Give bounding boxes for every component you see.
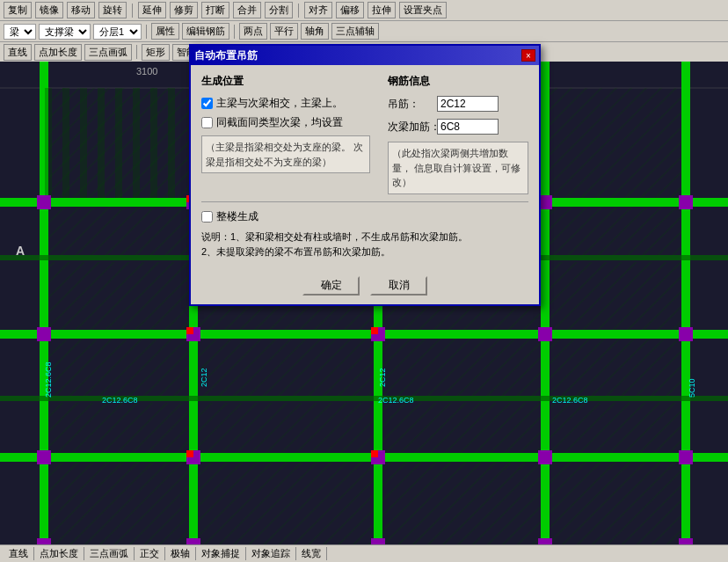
svg-rect-45 <box>198 339 374 396</box>
toolbar-offset[interactable]: 偏移 <box>336 2 364 18</box>
svg-rect-63 <box>186 538 200 544</box>
svg-text:5C10: 5C10 <box>688 378 696 398</box>
status-line[interactable]: 直线 <box>4 547 34 560</box>
svg-rect-53 <box>198 462 374 544</box>
svg-rect-49 <box>198 403 374 453</box>
notes-section: 说明：1、梁和梁相交处有柱或墙时，不生成吊筋和次梁加筋。 2、未提取梁跨的梁不布… <box>201 230 528 260</box>
svg-text:2C12.6C8: 2C12.6C8 <box>552 396 588 405</box>
toolbar-two-point[interactable]: 两点 <box>239 23 267 40</box>
status-point-length[interactable]: 点加长度 <box>34 547 84 560</box>
toolbar-trim[interactable]: 修剪 <box>170 2 198 18</box>
toolbar-row2: 梁 支撑梁 分层1 属性 编辑钢筋 两点 平行 轴角 三点辅轴 <box>0 21 728 42</box>
status-ortho[interactable]: 正交 <box>135 547 165 560</box>
note-line-1: 说明：1、梁和梁相交处有柱或墙时，不生成吊筋和次梁加筋。 <box>201 230 528 245</box>
separator5 <box>136 45 137 59</box>
confirm-button[interactable]: 确定 <box>302 276 360 296</box>
svg-text:2C12: 2C12 <box>200 368 208 387</box>
rebar-input-1[interactable] <box>437 96 499 112</box>
toolbar-rotate[interactable]: 旋转 <box>98 2 127 18</box>
toolbar-split[interactable]: 分割 <box>265 2 293 18</box>
checkbox-same-section[interactable] <box>201 117 213 128</box>
checkbox-row-2: 同截面同类型次梁，均设置 <box>201 115 370 130</box>
svg-rect-48 <box>48 403 189 453</box>
rebar-label-1: 吊筋： <box>388 97 432 112</box>
svg-rect-57 <box>37 327 51 341</box>
toolbar-point-length[interactable]: 点加长度 <box>34 44 82 61</box>
svg-rect-78 <box>186 327 193 334</box>
dialog-titlebar[interactable]: 自动布置吊筋 × <box>191 46 539 65</box>
svg-rect-35 <box>550 88 681 198</box>
support-beam-select[interactable]: 支撑梁 <box>39 24 91 40</box>
svg-text:2C12.6C8: 2C12.6C8 <box>102 396 138 405</box>
svg-rect-70 <box>538 450 552 464</box>
toolbar-extend[interactable]: 延伸 <box>138 2 166 18</box>
toolbar-grip[interactable]: 设置夹点 <box>399 2 447 18</box>
toolbar-merge[interactable]: 合并 <box>233 2 261 18</box>
checkbox-whole-floor[interactable] <box>201 211 213 223</box>
svg-rect-69 <box>538 327 552 341</box>
toolbar-line[interactable]: 直线 <box>4 44 32 61</box>
rebar-row-2: 次梁加筋： <box>388 119 528 135</box>
status-polar[interactable]: 极轴 <box>165 547 196 560</box>
toolbar-mirror[interactable]: 镜像 <box>35 2 63 18</box>
whole-floor-row: 整楼生成 <box>201 209 528 224</box>
separator3 <box>146 25 147 39</box>
cancel-button[interactable]: 取消 <box>370 276 427 296</box>
toolbar-property[interactable]: 属性 <box>151 23 179 40</box>
svg-rect-19 <box>541 62 550 544</box>
svg-rect-52 <box>48 462 189 544</box>
svg-rect-67 <box>371 538 385 544</box>
svg-text:2C12.6C8: 2C12.6C8 <box>44 361 53 398</box>
rebar-input-2[interactable] <box>437 119 499 135</box>
toolbar-break[interactable]: 打断 <box>201 2 229 18</box>
svg-rect-58 <box>37 450 51 464</box>
svg-rect-47 <box>550 339 681 396</box>
svg-rect-40 <box>48 262 189 330</box>
svg-rect-79 <box>371 327 378 334</box>
whole-floor-label: 整楼生成 <box>216 209 258 224</box>
separator1 <box>132 4 133 18</box>
toolbar-arc[interactable]: 三点画弧 <box>84 44 132 61</box>
svg-rect-15 <box>0 453 728 462</box>
svg-text:3100: 3100 <box>136 66 157 77</box>
svg-rect-54 <box>382 462 541 544</box>
rebar-note: （此处指次梁两侧共增加数量， 信息取自计算设置，可修改） <box>388 142 528 194</box>
svg-rect-56 <box>37 195 51 209</box>
left-note: （主梁是指梁相交处为支座的梁。 次梁是指相交处不为支座的梁） <box>201 135 370 173</box>
toolbar-copy[interactable]: 复制 <box>4 2 32 18</box>
toolbar-row1: 复制 镜像 移动 旋转 延伸 修剪 打断 合并 分割 对齐 偏移 拉伸 设置夹点 <box>0 0 728 21</box>
separator4 <box>234 25 235 39</box>
checkbox-label-1: 主梁与次梁相交，主梁上。 <box>216 96 343 111</box>
status-snap[interactable]: 对象捕捉 <box>196 547 246 560</box>
dialog-left-section: 生成位置 主梁与次梁相交，主梁上。 同截面同类型次梁，均设置 （主梁是指梁相交处… <box>201 74 370 194</box>
toolbar-move[interactable]: 移动 <box>67 2 95 18</box>
toolbar-parallel[interactable]: 平行 <box>270 23 298 40</box>
toolbar-rectangle[interactable]: 矩形 <box>142 44 170 61</box>
toolbar-stretch[interactable]: 拉伸 <box>368 2 396 18</box>
toolbar-axis-angle[interactable]: 轴角 <box>301 23 329 40</box>
toolbar-align[interactable]: 对齐 <box>304 2 332 18</box>
svg-rect-72 <box>679 195 693 209</box>
status-arc[interactable]: 三点画弧 <box>84 547 135 560</box>
svg-rect-81 <box>371 450 378 457</box>
beam-type-select[interactable]: 梁 <box>4 24 36 40</box>
checkbox-label-2: 同截面同类型次梁，均设置 <box>216 115 343 130</box>
dialog-separator <box>201 201 528 202</box>
svg-rect-32 <box>48 88 189 198</box>
dialog-bottom: 整楼生成 说明：1、梁和梁相交处有柱或墙时，不生成吊筋和次梁加筋。 2、未提取梁… <box>201 209 528 260</box>
dialog-close-button[interactable]: × <box>521 49 535 62</box>
status-lineweight[interactable]: 线宽 <box>296 547 327 560</box>
svg-rect-43 <box>550 262 681 330</box>
svg-rect-46 <box>382 339 541 396</box>
svg-rect-36 <box>48 207 189 255</box>
toolbar-three-point[interactable]: 三点辅轴 <box>331 23 379 40</box>
layer-select[interactable]: 分层1 <box>93 24 142 40</box>
svg-rect-14 <box>0 330 728 339</box>
status-track[interactable]: 对象追踪 <box>246 547 296 560</box>
checkbox-main-secondary[interactable] <box>201 98 213 109</box>
left-section-title: 生成位置 <box>201 74 370 89</box>
note-line-2: 2、未提取梁跨的梁不布置吊筋和次梁加筋。 <box>201 245 528 260</box>
toolbar-edit-rebar[interactable]: 编辑钢筋 <box>182 23 229 40</box>
dialog-buttons: 确定 取消 <box>201 269 528 296</box>
svg-text:A: A <box>16 244 25 258</box>
